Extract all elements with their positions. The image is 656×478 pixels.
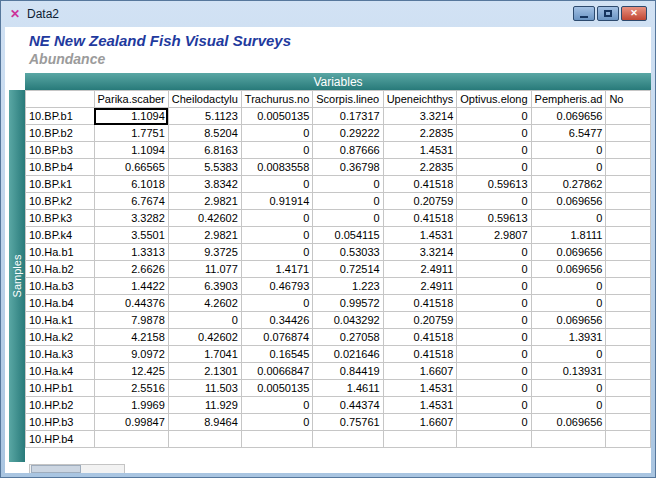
cell[interactable] — [606, 176, 651, 193]
cell[interactable]: 0.87666 — [313, 142, 383, 159]
corner-cell[interactable] — [26, 91, 95, 108]
cell[interactable]: 0.069656 — [531, 414, 606, 431]
cell[interactable] — [606, 363, 651, 380]
cell[interactable]: 0.59613 — [457, 176, 531, 193]
cell[interactable]: 0.069656 — [531, 261, 606, 278]
cell[interactable]: 0.72514 — [313, 261, 383, 278]
cell[interactable]: 3.5501 — [94, 227, 168, 244]
cell[interactable]: 1.3931 — [531, 329, 606, 346]
cell[interactable]: 0.44376 — [94, 295, 168, 312]
row-label[interactable]: 10.BP.b2 — [26, 125, 95, 142]
cell[interactable]: 8.5204 — [168, 125, 241, 142]
cell[interactable] — [383, 431, 457, 448]
column-header[interactable]: Scorpis.lineo — [313, 91, 383, 108]
cell[interactable] — [606, 108, 651, 125]
row-label[interactable]: 10.Ha.k4 — [26, 363, 95, 380]
cell[interactable]: 11.077 — [168, 261, 241, 278]
cell[interactable]: 1.6607 — [383, 414, 457, 431]
cell[interactable]: 2.9821 — [168, 193, 241, 210]
cell[interactable]: 0.44374 — [313, 397, 383, 414]
cell[interactable] — [606, 227, 651, 244]
cell[interactable]: 0 — [531, 295, 606, 312]
column-header[interactable]: Trachurus.no — [241, 91, 312, 108]
cell[interactable]: 0 — [457, 380, 531, 397]
minimize-button[interactable] — [573, 6, 595, 21]
cell[interactable]: 11.503 — [168, 380, 241, 397]
cell[interactable]: 0 — [241, 227, 312, 244]
cell[interactable]: 9.0972 — [94, 346, 168, 363]
cell[interactable] — [606, 397, 651, 414]
cell[interactable]: 0.41518 — [383, 346, 457, 363]
cell[interactable]: 0 — [457, 108, 531, 125]
cell[interactable]: 0 — [457, 363, 531, 380]
cell[interactable]: 0 — [531, 380, 606, 397]
cell[interactable]: 0.069656 — [531, 244, 606, 261]
cell[interactable]: 0 — [241, 142, 312, 159]
cell[interactable]: 6.1018 — [94, 176, 168, 193]
cell[interactable]: 0 — [531, 159, 606, 176]
cell[interactable]: 0.27058 — [313, 329, 383, 346]
cell[interactable]: 0.069656 — [531, 312, 606, 329]
row-label[interactable]: 10.Ha.b4 — [26, 295, 95, 312]
cell[interactable]: 0 — [313, 176, 383, 193]
cell[interactable] — [606, 261, 651, 278]
cell[interactable]: 0 — [241, 397, 312, 414]
cell[interactable]: 0.17317 — [313, 108, 383, 125]
cell[interactable]: 11.929 — [168, 397, 241, 414]
cell[interactable]: 0.41518 — [383, 176, 457, 193]
cell[interactable]: 0.34426 — [241, 312, 312, 329]
cell[interactable]: 0 — [457, 142, 531, 159]
cell[interactable]: 6.7674 — [94, 193, 168, 210]
cell[interactable]: 0.16545 — [241, 346, 312, 363]
row-label[interactable]: 10.Ha.b2 — [26, 261, 95, 278]
cell[interactable] — [606, 414, 651, 431]
cell[interactable] — [606, 295, 651, 312]
cell[interactable]: 3.3214 — [383, 108, 457, 125]
cell[interactable]: 2.5516 — [94, 380, 168, 397]
cell[interactable]: 0 — [531, 346, 606, 363]
cell[interactable] — [606, 346, 651, 363]
cell[interactable] — [606, 278, 651, 295]
cell[interactable]: 0 — [313, 210, 383, 227]
cell[interactable]: 0.076874 — [241, 329, 312, 346]
cell[interactable]: 1.4531 — [383, 397, 457, 414]
cell[interactable] — [94, 431, 168, 448]
row-label[interactable]: 10.BP.k4 — [26, 227, 95, 244]
cell[interactable] — [606, 193, 651, 210]
cell[interactable]: 4.2158 — [94, 329, 168, 346]
horizontal-scrollbar[interactable] — [29, 464, 125, 473]
cell[interactable]: 0.91914 — [241, 193, 312, 210]
cell[interactable]: 0.42602 — [168, 210, 241, 227]
cell[interactable] — [606, 125, 651, 142]
cell[interactable]: 6.8163 — [168, 142, 241, 159]
cell[interactable]: 0 — [457, 329, 531, 346]
cell[interactable]: 4.2602 — [168, 295, 241, 312]
cell[interactable]: 0.20759 — [383, 193, 457, 210]
cell[interactable]: 0 — [241, 125, 312, 142]
cell[interactable]: 1.7751 — [94, 125, 168, 142]
cell[interactable]: 12.425 — [94, 363, 168, 380]
cell[interactable]: 1.3313 — [94, 244, 168, 261]
cell[interactable]: 0 — [241, 414, 312, 431]
cell[interactable]: 2.4911 — [383, 261, 457, 278]
cell[interactable]: 0.054115 — [313, 227, 383, 244]
row-label[interactable]: 10.BP.b4 — [26, 159, 95, 176]
cell[interactable]: 1.1094 — [94, 142, 168, 159]
row-label[interactable]: 10.HP.b2 — [26, 397, 95, 414]
row-label[interactable]: 10.Ha.k3 — [26, 346, 95, 363]
cell[interactable] — [531, 431, 606, 448]
row-label[interactable]: 10.Ha.b3 — [26, 278, 95, 295]
row-label[interactable]: 10.HP.b1 — [26, 380, 95, 397]
cell[interactable]: 1.6607 — [383, 363, 457, 380]
cell[interactable]: 0 — [457, 397, 531, 414]
cell[interactable]: 3.8342 — [168, 176, 241, 193]
cell[interactable]: 0 — [531, 278, 606, 295]
cell[interactable]: 2.2835 — [383, 159, 457, 176]
close-button[interactable]: ✕ — [621, 6, 647, 21]
cell[interactable]: 2.4911 — [383, 278, 457, 295]
column-header[interactable]: Pempheris.ad — [531, 91, 606, 108]
cell[interactable]: 0.75761 — [313, 414, 383, 431]
cell[interactable]: 1.4531 — [383, 380, 457, 397]
cell[interactable] — [457, 431, 531, 448]
cell[interactable]: 0.59613 — [457, 210, 531, 227]
